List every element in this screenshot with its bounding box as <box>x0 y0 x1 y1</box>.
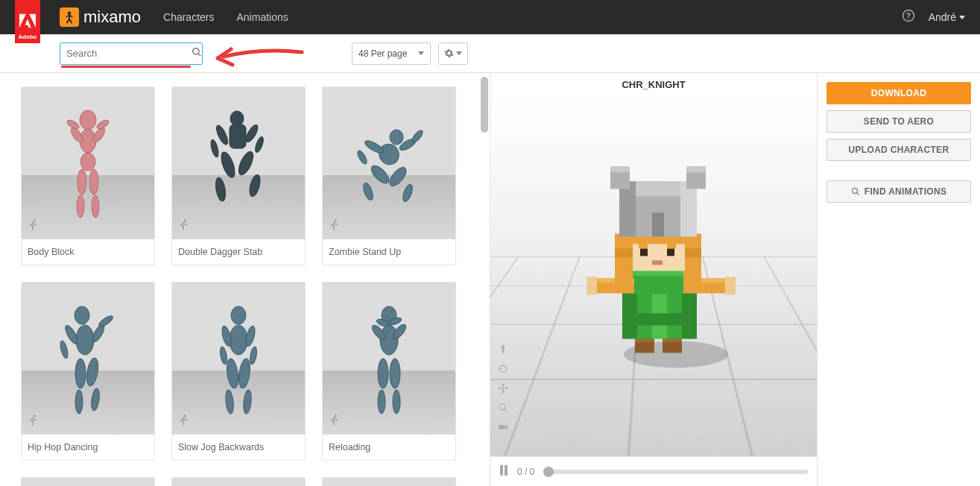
svg-point-70 <box>393 390 400 414</box>
svg-rect-100 <box>667 241 676 248</box>
animation-label: Hip Hop Dancing <box>22 435 154 460</box>
animation-thumb <box>22 478 154 486</box>
user-menu[interactable]: André <box>929 11 965 23</box>
animation-thumb <box>22 87 154 239</box>
main-content: Body Block Double Dagger Stab Zombie Sta… <box>0 73 980 486</box>
animation-card[interactable]: Slow Jog Backwards <box>171 282 306 461</box>
adobe-badge[interactable]: Adobe <box>15 0 40 43</box>
slider-thumb[interactable] <box>543 467 554 477</box>
svg-point-39 <box>75 306 89 324</box>
svg-point-69 <box>390 359 400 388</box>
rotate-icon[interactable] <box>496 362 510 376</box>
animation-card[interactable]: Reloading <box>322 282 456 461</box>
search-icon[interactable] <box>192 47 202 60</box>
svg-rect-88 <box>587 277 597 294</box>
per-page-label: 48 Per page <box>358 48 407 59</box>
animation-label: Body Block <box>22 239 154 265</box>
svg-point-17 <box>230 111 244 126</box>
move-icon[interactable] <box>496 382 510 395</box>
svg-point-53 <box>219 346 228 364</box>
logo[interactable]: mixamo <box>60 7 141 27</box>
animation-card[interactable]: Zombie Stand Up <box>322 86 456 265</box>
svg-rect-109 <box>686 166 706 172</box>
svg-point-60 <box>184 415 186 417</box>
help-icon[interactable]: ? <box>902 9 915 25</box>
svg-line-113 <box>505 409 508 412</box>
animation-thumb <box>323 478 455 486</box>
chevron-down-icon <box>418 51 424 55</box>
svg-rect-97 <box>652 260 663 265</box>
viewport-tools <box>496 343 510 434</box>
nav-characters[interactable]: Characters <box>163 11 214 23</box>
search-box[interactable] <box>60 42 203 65</box>
svg-point-42 <box>59 340 69 359</box>
download-button[interactable]: DOWNLOAD <box>826 82 971 104</box>
animation-card[interactable] <box>171 477 306 486</box>
svg-point-14 <box>89 169 98 195</box>
animation-card[interactable]: Body Block <box>21 86 155 265</box>
svg-rect-116 <box>505 465 508 476</box>
svg-point-35 <box>361 182 375 201</box>
animation-card[interactable]: Double Dagger Stab <box>171 86 306 265</box>
svg-point-45 <box>75 359 86 388</box>
character-name: CHR_KNIGHT <box>490 73 817 96</box>
mixamo-icon <box>60 7 79 27</box>
svg-point-23 <box>218 151 237 180</box>
svg-point-67 <box>378 359 388 388</box>
svg-rect-18 <box>230 124 246 148</box>
animation-label: Reloading <box>323 435 455 460</box>
animation-card[interactable] <box>322 477 456 486</box>
svg-point-28 <box>390 130 403 145</box>
animation-card[interactable] <box>21 477 155 486</box>
animation-grid-panel: Body Block Double Dagger Stab Zombie Sta… <box>0 73 490 486</box>
animation-thumb <box>323 283 455 435</box>
user-name: André <box>929 11 956 23</box>
search-input[interactable] <box>66 48 192 59</box>
camera-icon[interactable] <box>496 420 510 434</box>
svg-rect-91 <box>683 233 701 293</box>
running-icon <box>26 218 39 235</box>
scrollbar[interactable] <box>478 73 490 486</box>
svg-point-26 <box>247 174 262 198</box>
svg-rect-96 <box>667 248 674 256</box>
pause-button[interactable] <box>499 465 508 478</box>
animation-thumb <box>172 283 305 435</box>
zoom-icon[interactable] <box>496 401 510 414</box>
actions-panel: DOWNLOAD SEND TO AERO UPLOAD CHARACTER F… <box>818 73 980 486</box>
animation-grid: Body Block Double Dagger Stab Zombie Sta… <box>21 86 475 486</box>
svg-point-49 <box>34 415 36 417</box>
settings-button[interactable] <box>438 42 468 65</box>
svg-point-38 <box>335 220 337 222</box>
animation-thumb <box>172 478 305 486</box>
chevron-down-icon <box>456 51 462 55</box>
svg-point-58 <box>237 358 251 389</box>
svg-point-3 <box>193 48 199 54</box>
running-icon <box>327 218 341 235</box>
svg-rect-104 <box>680 181 697 236</box>
animation-label: Slow Jog Backwards <box>172 435 305 460</box>
nav-animations[interactable]: Animations <box>236 11 288 23</box>
svg-point-71 <box>335 415 337 417</box>
animation-label: Double Dagger Stab <box>172 239 305 265</box>
svg-line-4 <box>198 54 201 57</box>
svg-text:?: ? <box>905 11 910 20</box>
svg-rect-92 <box>615 248 633 257</box>
scrollbar-thumb[interactable] <box>481 77 488 133</box>
adobe-icon <box>19 13 36 29</box>
svg-point-33 <box>411 129 425 144</box>
find-animations-button[interactable]: FIND ANIMATIONS <box>826 180 971 203</box>
svg-point-16 <box>34 220 36 222</box>
annotation-underline <box>61 66 191 68</box>
skeleton-icon[interactable] <box>496 343 510 356</box>
viewport-3d[interactable] <box>490 96 817 456</box>
send-to-aero-button[interactable]: SEND TO AERO <box>826 110 971 133</box>
running-icon <box>26 414 39 430</box>
svg-line-118 <box>856 193 859 195</box>
timeline-slider[interactable] <box>543 470 808 474</box>
svg-point-110 <box>502 345 505 349</box>
svg-rect-114 <box>499 425 505 429</box>
animation-card[interactable]: Hip Hop Dancing <box>21 282 155 461</box>
upload-character-button[interactable]: UPLOAD CHARACTER <box>826 139 971 161</box>
svg-point-59 <box>242 390 252 414</box>
per-page-select[interactable]: 48 Per page <box>352 42 431 65</box>
